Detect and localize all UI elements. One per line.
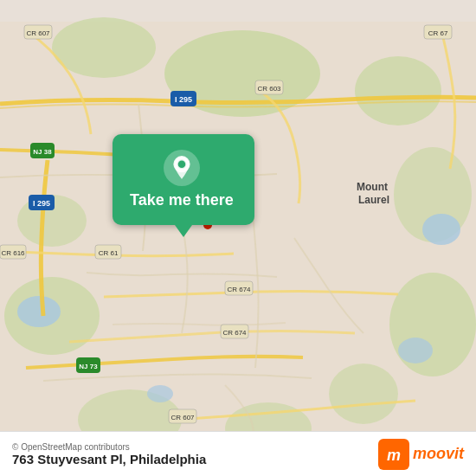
take-me-there-button[interactable]: Take me there [113, 134, 254, 225]
svg-point-44 [178, 160, 186, 168]
svg-text:CR 61: CR 61 [99, 249, 119, 257]
svg-point-6 [329, 363, 398, 424]
svg-text:Laurel: Laurel [358, 194, 389, 206]
svg-text:CR 674: CR 674 [227, 286, 251, 293]
svg-text:CR 603: CR 603 [257, 85, 281, 93]
moovit-m-icon: m [384, 445, 403, 464]
svg-point-11 [17, 296, 61, 327]
svg-point-5 [389, 273, 476, 376]
svg-text:m: m [387, 447, 401, 464]
bottom-left: © OpenStreetMap contributors 763 Stuyves… [12, 442, 206, 466]
svg-text:I 295: I 295 [175, 95, 192, 104]
svg-point-12 [422, 214, 460, 245]
svg-text:I 295: I 295 [33, 199, 50, 208]
svg-text:NJ 73: NJ 73 [79, 363, 98, 370]
svg-text:Mount: Mount [357, 181, 388, 193]
address-text: 763 Stuyvesant Pl, Philadelphia [12, 452, 206, 466]
svg-text:CR 607: CR 607 [170, 414, 195, 421]
svg-text:NJ 38: NJ 38 [33, 148, 52, 156]
moovit-icon: m [378, 439, 409, 470]
svg-point-14 [147, 385, 173, 402]
svg-point-3 [355, 56, 441, 125]
svg-text:CR 67: CR 67 [428, 29, 448, 37]
svg-text:CR 607: CR 607 [26, 29, 50, 37]
bottom-bar: © OpenStreetMap contributors 763 Stuyves… [0, 431, 476, 476]
moovit-logo[interactable]: m moovit [378, 439, 464, 470]
svg-point-13 [398, 338, 433, 363]
svg-text:CR 616: CR 616 [1, 249, 25, 257]
osm-attribution: © OpenStreetMap contributors [12, 442, 206, 452]
callout-label: Take me there [130, 191, 234, 209]
location-pin-icon [170, 155, 193, 181]
map-container: I 295 I 295 NJ 38 NJ 73 CR 607 CR 67 CR … [0, 0, 476, 476]
map-background: I 295 I 295 NJ 38 NJ 73 CR 607 CR 67 CR … [0, 0, 476, 476]
location-icon-wrap [164, 150, 200, 186]
svg-text:CR 674: CR 674 [222, 329, 247, 337]
moovit-name: moovit [413, 445, 464, 463]
